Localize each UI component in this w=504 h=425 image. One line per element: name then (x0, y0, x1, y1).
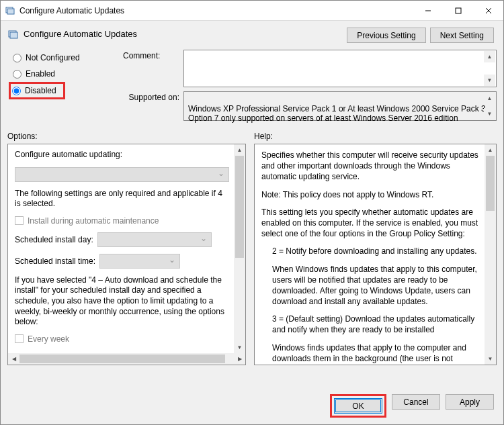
help-label: Help: (254, 132, 273, 141)
help-vscrollbar[interactable]: ▲ ▼ (485, 144, 496, 365)
comment-label: Comment: (123, 50, 183, 60)
help-text: Specifies whether this computer will rec… (261, 150, 480, 183)
help-text: When Windows finds updates that apply to… (261, 264, 480, 308)
apply-button[interactable]: Apply (446, 394, 494, 410)
install-day-combo (97, 232, 212, 247)
help-text: This setting lets you specify whether au… (261, 207, 480, 240)
ok-button[interactable]: OK (334, 398, 382, 414)
every-week-checkbox (15, 334, 24, 343)
supported-on-box: Windows XP Professional Service Pack 1 o… (183, 91, 497, 121)
scroll-up-icon[interactable]: ▲ (484, 51, 495, 62)
scroll-right-icon[interactable]: ▶ (234, 353, 245, 365)
next-setting-button[interactable]: Next Setting (430, 28, 494, 43)
options-hscrollbar[interactable]: ◀ ▶ (8, 353, 245, 365)
policy-icon (7, 29, 19, 41)
install-maintenance-row: Install during automatic maintenance (15, 216, 229, 226)
help-text: Note: This policy does not apply to Wind… (261, 189, 480, 200)
supported-on-text: Windows XP Professional Service Pack 1 o… (188, 104, 486, 123)
install-day-label: Scheduled install day: (15, 235, 93, 244)
options-label: Options: (7, 132, 246, 141)
options-paragraph: If you have selected "4 – Auto download … (15, 275, 229, 328)
supported-label: Supported on: (123, 91, 183, 102)
scroll-down-icon[interactable]: ▼ (234, 342, 245, 353)
options-vscrollbar[interactable]: ▲ ▼ (234, 144, 245, 353)
maximize-button[interactable] (443, 1, 473, 21)
svg-rect-1 (7, 9, 14, 14)
scroll-down-icon[interactable]: ▼ (484, 108, 495, 120)
scroll-up-icon[interactable]: ▲ (485, 144, 496, 156)
comment-textarea[interactable]: ▲ ▼ (183, 50, 497, 87)
cancel-button[interactable]: Cancel (392, 394, 440, 410)
radio-enabled[interactable]: Enabled (10, 66, 115, 82)
content-area: Configure Automatic Updates Previous Set… (1, 21, 503, 424)
field-column: Comment: ▲ ▼ Supported on: Windows XP Pr… (123, 50, 497, 125)
options-pane: Configure automatic updating: The follow… (7, 144, 246, 365)
ok-highlight: OK (330, 394, 386, 418)
scroll-down-icon[interactable]: ▼ (484, 75, 495, 86)
install-time-combo (99, 254, 180, 269)
scroll-down-icon[interactable]: ▼ (485, 353, 496, 365)
scroll-left-icon[interactable]: ◀ (8, 353, 19, 365)
policy-title: Configure Automatic Updates (24, 28, 347, 39)
every-week-label: Every week (28, 334, 69, 344)
scroll-up-icon[interactable]: ▲ (234, 144, 245, 156)
radio-disabled[interactable]: Disabled (9, 82, 65, 99)
radio-not-configured-label: Not Configured (26, 53, 80, 62)
radio-disabled-input[interactable] (12, 87, 21, 95)
install-time-label: Scheduled install time: (15, 256, 95, 266)
help-text: 3 = (Default setting) Download the updat… (261, 314, 480, 335)
radio-disabled-label: Disabled (25, 86, 56, 95)
radio-not-configured-input[interactable] (13, 54, 22, 62)
install-maintenance-label: Install during automatic maintenance (28, 216, 159, 226)
footer: OK Cancel Apply (7, 387, 497, 424)
radio-not-configured[interactable]: Not Configured (10, 50, 115, 66)
titlebar: Configure Automatic Updates (1, 1, 503, 21)
configure-updating-label: Configure automatic updating: (15, 150, 229, 160)
close-button[interactable] (473, 1, 503, 21)
header-row: Configure Automatic Updates Previous Set… (7, 23, 497, 50)
every-week-row: Every week (15, 334, 229, 344)
scroll-up-icon[interactable]: ▲ (484, 93, 495, 104)
minimize-button[interactable] (413, 1, 443, 21)
previous-setting-button[interactable]: Previous Setting (347, 28, 425, 43)
radio-enabled-label: Enabled (26, 69, 55, 79)
top-grid: Not Configured Enabled Disabled Comment:… (7, 50, 497, 125)
window-title: Configure Automatic Updates (19, 6, 413, 15)
options-note: The following settings are only required… (15, 189, 229, 209)
app-icon (5, 5, 15, 16)
radio-column: Not Configured Enabled Disabled (7, 50, 115, 125)
install-maintenance-checkbox (15, 216, 24, 225)
help-text: Windows finds updates that apply to the … (261, 342, 480, 365)
window-controls (413, 1, 503, 20)
svg-rect-3 (456, 8, 461, 13)
svg-rect-7 (10, 32, 17, 38)
help-text: 2 = Notify before downloading and instal… (261, 246, 480, 256)
help-pane: Specifies whether this computer will rec… (254, 144, 497, 365)
radio-enabled-input[interactable] (13, 70, 22, 79)
configure-updating-combo (15, 167, 229, 182)
